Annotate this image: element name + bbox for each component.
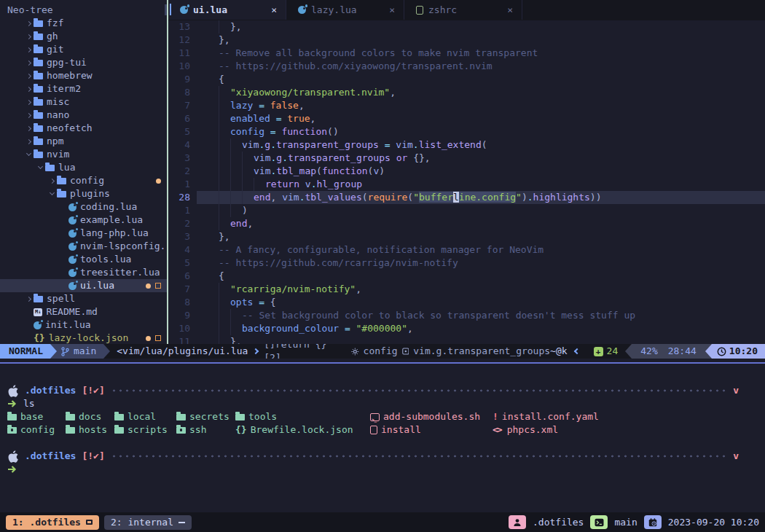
- tree-item-neofetch[interactable]: neofetch: [0, 122, 168, 135]
- lua-file-icon: [68, 230, 76, 238]
- tree-item-nvim-lspconfig[interactable]: nvim-lspconfig.: [0, 240, 168, 253]
- code-line-text: -- Set background color to black so tran…: [197, 309, 765, 322]
- tmux-window-list: 1: .dotfiles2: internal: [6, 515, 197, 530]
- tree-item-nano[interactable]: nano: [0, 109, 168, 122]
- code-line[interactable]: 6enabled = true,: [168, 112, 765, 125]
- relative-line-number: 7: [168, 283, 197, 296]
- code-line[interactable]: 13},: [168, 20, 765, 34]
- code-line[interactable]: 7"rcarriga/nvim-notify",: [168, 283, 765, 296]
- code-line[interactable]: 9{: [168, 73, 765, 86]
- ls-entry-label: scripts: [128, 423, 168, 437]
- tree-item-plugins[interactable]: plugins: [0, 187, 168, 200]
- shell-pane[interactable]: .dotfiles [!✔] v ls basedocslocalsecrets…: [0, 364, 765, 512]
- chevron-right-icon: [23, 48, 34, 52]
- tree-item-gh[interactable]: gh: [0, 30, 168, 43]
- variable-icon: [402, 348, 409, 355]
- code-line[interactable]: 10background_colour = "#000000",: [168, 322, 765, 335]
- tmux-pane-border[interactable]: [0, 362, 765, 364]
- code-area[interactable]: 13},12},11-- Remove all background color…: [168, 20, 765, 344]
- ls-entry-label: hosts: [79, 423, 107, 437]
- tree-item-label: example.lua: [80, 214, 143, 227]
- chevron-right-icon: [23, 61, 34, 65]
- code-line[interactable]: 8opts = {: [168, 296, 765, 309]
- indent-guide: [219, 204, 230, 217]
- tree-item-tools-lua[interactable]: tools.lua: [0, 253, 168, 266]
- code-line[interactable]: 4-- A fancy, configurable, notification …: [168, 243, 765, 257]
- tab-lazy-lua[interactable]: lazy.lua×: [286, 0, 404, 20]
- code-line[interactable]: 10-- https://github.com/xiyaowong/transp…: [168, 60, 765, 73]
- code-line[interactable]: 3},: [168, 230, 765, 243]
- tab-ui-lua[interactable]: ui.lua×: [168, 0, 286, 20]
- code-line-text: opts = {: [197, 296, 765, 309]
- code-line[interactable]: 4vim.g.transparent_groups = vim.list_ext…: [168, 138, 765, 152]
- tab-close-icon[interactable]: ×: [507, 4, 513, 17]
- code-line[interactable]: 11},: [168, 335, 765, 344]
- indent-guide: [219, 152, 230, 165]
- current-prompt-line[interactable]: [0, 463, 765, 476]
- code-line[interactable]: 8"xiyaowong/transparent.nvim",: [168, 86, 765, 99]
- tmux-window-2-internal[interactable]: 2: internal: [104, 515, 192, 530]
- tree-item-nvim[interactable]: nvim: [0, 148, 168, 161]
- code-line[interactable]: 9-- Set background color to black so tra…: [168, 309, 765, 322]
- tab-zshrc[interactable]: zshrc×: [404, 0, 522, 20]
- tree-item-misc[interactable]: misc: [0, 95, 168, 109]
- tab-close-icon[interactable]: ×: [271, 4, 277, 17]
- tree-item-treesitter-lua[interactable]: treesitter.lua: [0, 266, 168, 279]
- code-line[interactable]: 6{: [168, 270, 765, 283]
- tree-item-label: homebrew: [47, 69, 93, 82]
- code-line[interactable]: 28end, vim.tbl_values(require("bufferlin…: [168, 191, 765, 204]
- tree-item-iterm2[interactable]: iterm2: [0, 82, 168, 95]
- tmux-window-1-dotfiles[interactable]: 1: .dotfiles: [6, 515, 99, 530]
- prompt-filler-dots: [111, 384, 726, 397]
- tmux-statusbar-right: .dotfiles main 2023-09-20 10:20: [509, 515, 759, 529]
- code-line[interactable]: 3vim.g.transparent_groups or {},: [168, 152, 765, 165]
- tmux-session-name[interactable]: .dotfiles: [533, 516, 584, 529]
- tree-item-config[interactable]: config: [0, 174, 168, 187]
- code-line[interactable]: 5-- https://github.com/rcarriga/nvim-not…: [168, 257, 765, 270]
- git-branch-name: main: [74, 345, 96, 358]
- tree-item-npm[interactable]: npm: [0, 135, 168, 148]
- tree-item-gpg-tui[interactable]: gpg-tui: [0, 56, 168, 69]
- code-line-text: -- https://github.com/rcarriga/nvim-noti…: [197, 257, 765, 270]
- tree-item-lang-php-lua[interactable]: lang-php.lua: [0, 227, 168, 240]
- tree-item-coding-lua[interactable]: coding.lua: [0, 200, 168, 214]
- code-line[interactable]: 1return v.hl_group: [168, 178, 765, 191]
- tree-item-fzf[interactable]: fzf: [0, 17, 168, 30]
- tree-item-lazy-lock-json[interactable]: {}lazy-lock.json: [0, 332, 168, 344]
- code-line[interactable]: 12},: [168, 34, 765, 47]
- separator-arrow: [103, 344, 110, 359]
- tab-close-icon[interactable]: ×: [389, 4, 395, 17]
- tree-item-label: tools.lua: [80, 253, 131, 266]
- chevron-down-icon: [47, 193, 57, 195]
- prompt-directory: .dotfiles: [25, 450, 76, 463]
- tree-item-init-lua[interactable]: init.lua: [0, 318, 168, 332]
- folder-icon: [34, 296, 43, 302]
- code-line[interactable]: 2vim.tbl_map(function(v): [168, 165, 765, 178]
- tree-item-git[interactable]: git: [0, 43, 168, 56]
- tree-item-label: coding.lua: [80, 200, 137, 214]
- tree-item-ui-lua[interactable]: ui.lua: [0, 279, 168, 292]
- folder-open-icon: [45, 165, 55, 171]
- mode-indicator: NORMAL: [0, 344, 50, 359]
- indent-guide: [219, 112, 230, 125]
- tree-item-example-lua[interactable]: example.lua: [0, 214, 168, 227]
- tree-item-spell[interactable]: spell: [0, 292, 168, 305]
- code-line[interactable]: 2end,: [168, 217, 765, 230]
- code-line-text: ): [197, 204, 765, 217]
- tree-item-lua[interactable]: lua: [0, 161, 168, 174]
- code-line[interactable]: 11-- Remove all background colors to mak…: [168, 47, 765, 60]
- indent-guide: [242, 178, 254, 191]
- indent-guide: [230, 322, 242, 335]
- code-line[interactable]: 7lazy = false,: [168, 99, 765, 112]
- clock-icon: [717, 347, 726, 356]
- tree-item-label: gpg-tui: [47, 56, 87, 69]
- tree-item-readme-md[interactable]: M↓README.md: [0, 305, 168, 318]
- code-line[interactable]: 5config = function(): [168, 125, 765, 138]
- tree-item-homebrew[interactable]: homebrew: [0, 69, 168, 82]
- folder-icon: [34, 138, 43, 145]
- tmux-git-branch[interactable]: main: [614, 516, 637, 529]
- indent-guide: [219, 178, 230, 191]
- code-line-text: },: [197, 335, 765, 344]
- lua-file-icon: [68, 243, 76, 251]
- code-line[interactable]: 1): [168, 204, 765, 217]
